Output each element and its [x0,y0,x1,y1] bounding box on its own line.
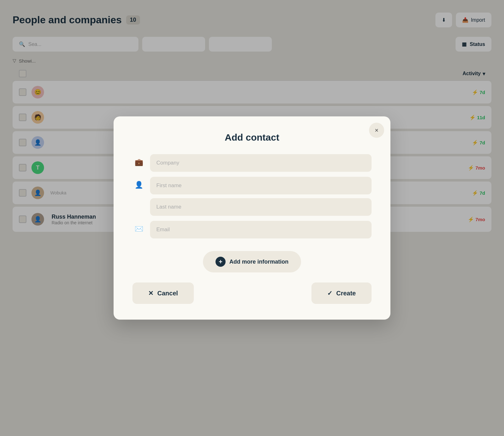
add-contact-modal: × Add contact 💼 👤 ✉️ [114,116,390,320]
modal-overlay: × Add contact 💼 👤 ✉️ [0,0,504,436]
add-more-information-button[interactable]: + Add more information [203,251,301,272]
email-fields [150,221,372,238]
add-more-label: Add more information [229,259,288,265]
company-field-row: 💼 [132,154,372,172]
briefcase-icon: 💼 [132,154,145,170]
cancel-label: Cancel [157,290,178,297]
email-icon: ✉️ [132,221,145,237]
name-field-row: 👤 [132,177,372,216]
person-icon: 👤 [132,177,145,193]
create-button[interactable]: ✓ Create [311,282,372,304]
company-fields [150,154,372,172]
add-more-container: + Add more information [132,243,372,272]
create-label: Create [336,290,356,297]
modal-title: Add contact [132,132,372,143]
close-icon: × [375,127,378,134]
check-icon: ✓ [327,289,333,297]
email-field-row: ✉️ [132,221,372,238]
modal-actions: ✕ Cancel ✓ Create [132,282,372,304]
last-name-input[interactable] [150,198,372,216]
first-name-input[interactable] [150,177,372,194]
email-input[interactable] [150,221,372,238]
cancel-button[interactable]: ✕ Cancel [132,282,194,304]
cancel-icon: ✕ [148,289,154,297]
modal-close-button[interactable]: × [369,123,384,138]
plus-icon: + [216,257,226,267]
company-input[interactable] [150,154,372,172]
name-fields [150,177,372,216]
